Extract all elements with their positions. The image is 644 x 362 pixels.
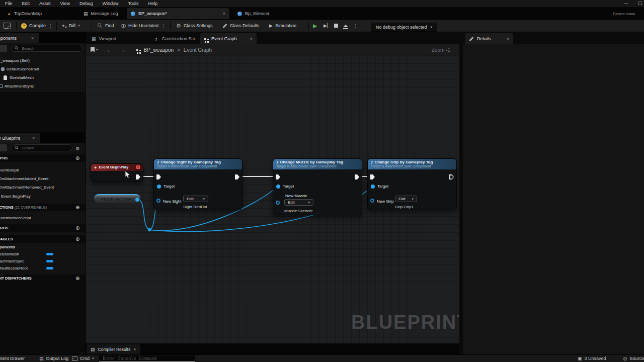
add-variable-icon[interactable]: ⊕: [75, 236, 79, 242]
breadcrumb-root[interactable]: BP_weaapon: [144, 47, 174, 53]
exec-out-pin[interactable]: [136, 174, 140, 179]
menu-file[interactable]: File: [5, 1, 13, 6]
output-log-button[interactable]: ▤ Output Log: [39, 355, 68, 362]
exec-in-pin[interactable]: [370, 174, 375, 179]
graph-row[interactable]: OnAttachmentAdded_Event: [0, 175, 48, 183]
bookmarks-button[interactable]: ▾: [91, 47, 98, 52]
hide-unrelated-options-icon[interactable]: ⋮: [161, 23, 166, 28]
menu-tools[interactable]: Tools: [128, 1, 138, 6]
asset-browser-button[interactable]: [4, 20, 11, 32]
content-drawer-button[interactable]: Content Drawer: [0, 355, 25, 362]
compile-button[interactable]: ? Compile ⋮: [21, 20, 53, 32]
play-button[interactable]: ▶: [313, 20, 317, 32]
add-blueprint-item-button[interactable]: Add: [0, 144, 7, 151]
forward-button[interactable]: →: [120, 47, 125, 53]
my-blueprint-search-input[interactable]: [21, 145, 69, 151]
graph-row[interactable]: Event BeginPlay: [1, 193, 31, 200]
node-event-beginplay[interactable]: ◈ Event BeginPlay: [91, 163, 143, 182]
output-pin[interactable]: [135, 198, 139, 202]
menu-window[interactable]: Window: [102, 1, 118, 6]
close-icon[interactable]: ×: [223, 11, 225, 16]
unsaved-button[interactable]: ▣ 3 Unsaved: [578, 355, 606, 362]
class-settings-button[interactable]: ⚙ Class Settings: [176, 20, 212, 32]
hide-unrelated-button[interactable]: Hide Unrelated ⋮: [121, 20, 166, 32]
data-wire-sync-reroute[interactable]: [137, 199, 149, 230]
variables-section-header[interactable]: VARIABLES ⊕: [0, 235, 86, 243]
add-dispatcher-icon[interactable]: ⊕: [75, 276, 79, 281]
target-pin[interactable]: [371, 185, 375, 189]
target-pin[interactable]: [276, 185, 280, 189]
diff-button[interactable]: Diff ▾: [62, 20, 80, 32]
target-pin[interactable]: [157, 185, 161, 189]
play-options-button[interactable]: ⋮: [353, 20, 358, 32]
components-search-input[interactable]: [21, 46, 79, 51]
graphs-section-header[interactable]: GRAPHS ⊕: [0, 154, 86, 162]
new-grip-pin[interactable]: [370, 199, 374, 203]
tab-viewport[interactable]: ▦ Viewport: [88, 33, 120, 44]
exec-in-pin[interactable]: [276, 174, 280, 179]
minimize-button[interactable]: —: [624, 1, 628, 6]
dispatchers-section-header[interactable]: EVENT DISPATCHERS ⊕: [0, 275, 86, 282]
variable-category[interactable]: Components: [0, 243, 15, 251]
exec-in-pin[interactable]: [156, 174, 161, 179]
gameplay-tag-dropdown[interactable]: Edit ▾: [395, 196, 417, 202]
cmd-dropdown[interactable]: > Cmd ▾: [72, 355, 94, 362]
menu-edit[interactable]: Edit: [22, 1, 30, 6]
compile-options-icon[interactable]: ⋮: [48, 23, 53, 28]
graph-canvas[interactable]: BLUEPRINT ◈ Event BeginPlay: [86, 55, 459, 343]
add-graph-icon[interactable]: ⊕: [75, 155, 79, 161]
tab-message-log[interactable]: ▤ Message Log: [79, 8, 122, 19]
functions-section-header[interactable]: FUNCTIONS (21 OVERRIDABLE) ⊕: [0, 204, 86, 211]
exec-out-pin[interactable]: [355, 174, 359, 179]
tab-compiler-results[interactable]: ▤ Compiler Results ×: [87, 344, 140, 354]
menu-debug[interactable]: Debug: [79, 1, 93, 6]
tab-my-blueprint[interactable]: My Blueprint ×: [0, 133, 40, 143]
menu-view[interactable]: View: [60, 1, 70, 6]
console-command-input[interactable]: [102, 355, 192, 361]
simulation-button[interactable]: ▶ Simulation: [269, 20, 296, 32]
graph-row[interactable]: OnAttachmentRemoved_Event: [0, 184, 54, 191]
graph-row[interactable]: EventGraph: [0, 166, 19, 174]
add-function-icon[interactable]: ⊕: [75, 205, 79, 210]
add-component-button[interactable]: Add: [0, 45, 7, 52]
stop-button[interactable]: [334, 20, 338, 32]
close-icon[interactable]: ×: [250, 36, 253, 41]
menu-help[interactable]: Help: [148, 1, 157, 6]
tab-details[interactable]: Details ×: [465, 33, 513, 44]
tab-components[interactable]: Components ×: [0, 33, 39, 43]
console-command-field[interactable]: [99, 355, 195, 362]
node-attachment-sync-getter[interactable]: Attachment Sync: [94, 194, 140, 203]
new-muzzle-pin[interactable]: [276, 201, 280, 205]
source-control-button[interactable]: ⊘ Source: [623, 355, 644, 362]
reroute-node[interactable]: [148, 228, 151, 231]
component-row-skeletal-mesh[interactable]: SkeletalMesh: [4, 74, 34, 81]
node-change-muzzle[interactable]: ƒChange Muzzle by Gameplay Tag Target is…: [273, 158, 362, 215]
component-row-attachment-sync[interactable]: AttachmentSync: [0, 82, 34, 90]
gameplay-tag-dropdown[interactable]: Edit ▾: [183, 196, 208, 202]
close-icon[interactable]: ×: [31, 36, 34, 41]
blueprint-settings-gear-icon[interactable]: ⚙: [75, 146, 80, 151]
eject-button[interactable]: [343, 20, 348, 32]
my-blueprint-search[interactable]: [11, 144, 72, 151]
tab-bp-weaapon[interactable]: BP_weaapon* ×: [127, 8, 229, 19]
node-change-grip[interactable]: ƒChange Grip by Gameplay Tag Target is A…: [367, 158, 457, 210]
skip-button[interactable]: ▶▏: [324, 20, 331, 32]
close-icon[interactable]: ×: [507, 36, 509, 41]
close-icon[interactable]: ×: [32, 136, 35, 141]
tab-topdownmap[interactable]: ▲ TopDownMap: [3, 8, 46, 19]
close-icon[interactable]: ×: [133, 347, 136, 352]
debug-object-dropdown[interactable]: No debug object selected ▾: [371, 21, 437, 33]
back-button[interactable]: ←: [107, 47, 112, 53]
add-macro-icon[interactable]: ⊕: [75, 225, 79, 231]
new-sight-pin[interactable]: [156, 199, 160, 203]
find-button[interactable]: Find: [98, 20, 114, 32]
class-defaults-button[interactable]: Class Defaults: [222, 20, 259, 32]
tab-bp-silencer[interactable]: Bp_Silencer: [233, 8, 274, 19]
maximize-button[interactable]: ▢: [638, 1, 642, 6]
component-row-scene-root[interactable]: DefaultSceneRoot: [1, 65, 39, 73]
exec-out-pin[interactable]: [235, 174, 239, 179]
variable-row[interactable]: SkeletalMesh: [0, 250, 86, 258]
menu-asset[interactable]: Asset: [39, 1, 51, 6]
component-row-self[interactable]: BP_weaapon (Self): [0, 57, 30, 64]
exec-out-pin[interactable]: [449, 174, 454, 179]
